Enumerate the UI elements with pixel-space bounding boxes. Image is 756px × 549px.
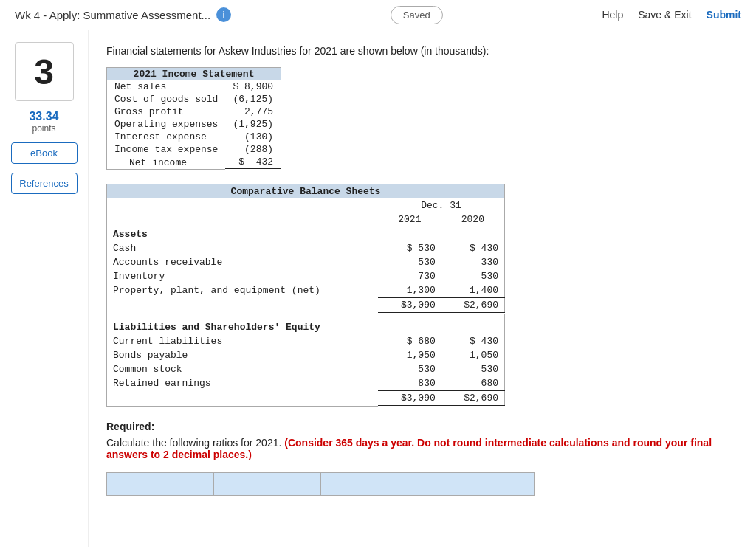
total-assets-2020: $2,690: [441, 297, 505, 313]
topbar: Wk 4 - Apply: Summative Assessment... i …: [0, 0, 756, 30]
row-label: Gross profit: [107, 106, 226, 118]
row-val-2021: 1,050: [378, 348, 441, 362]
spacer-row: [107, 313, 505, 320]
row-label: Common stock: [107, 362, 379, 376]
liabilities-header-row: Liabilities and Shareholders' Equity: [107, 320, 505, 334]
points-value: 33.34: [29, 110, 58, 123]
balance-sheet-table: Comparative Balance Sheets Dec. 31 2021 …: [106, 184, 505, 407]
income-statement: 2021 Income Statement Net sales $ 8,900 …: [106, 67, 738, 170]
info-icon[interactable]: i: [216, 7, 231, 22]
row-label: Cost of goods sold: [107, 93, 226, 106]
row-val-2020: 1,050: [441, 348, 505, 362]
row-val-2020: $ 430: [441, 334, 505, 348]
row-label: Operating expenses: [107, 118, 226, 131]
required-label: Required:: [106, 421, 738, 432]
answer-table-placeholder: [106, 472, 535, 496]
intro-text: Financial statements for Askew Industrie…: [106, 45, 738, 57]
save-exit-button[interactable]: Save & Exit: [638, 9, 691, 21]
answer-col-2: [214, 473, 321, 495]
row-val-2021: $ 530: [378, 241, 441, 255]
row-value: (1,925): [225, 118, 281, 131]
total-assets-row: $3,090 $2,690: [107, 297, 505, 313]
total-assets-2021: $3,090: [378, 297, 441, 313]
row-val-2021: 530: [378, 362, 441, 376]
content-area: Financial statements for Askew Industrie…: [89, 30, 756, 547]
required-static-text: Calculate the following ratios for 2021.: [106, 437, 281, 449]
table-row: Common stock 530 530: [107, 362, 505, 376]
page-title: Wk 4 - Apply: Summative Assessment...: [15, 9, 210, 21]
row-val-2020: $ 430: [441, 241, 505, 255]
table-row: Bonds payable 1,050 1,050: [107, 348, 505, 362]
help-button[interactable]: Help: [602, 9, 623, 21]
row-val-2021: 830: [378, 376, 441, 391]
row-val-2020: 530: [441, 362, 505, 376]
sidebar: 3 33.34 points eBook References: [0, 30, 89, 547]
table-row: Current liabilities $ 680 $ 430: [107, 334, 505, 348]
required-text: Calculate the following ratios for 2021.…: [106, 437, 738, 460]
answer-col-1: [107, 473, 214, 495]
table-row: Cost of goods sold (6,125): [107, 93, 281, 106]
total-liab-2020: $2,690: [441, 390, 505, 406]
row-label: Net sales: [107, 80, 226, 93]
references-button[interactable]: References: [11, 173, 78, 194]
row-value: (130): [225, 131, 281, 143]
income-stmt-title: 2021 Income Statement: [107, 68, 281, 81]
row-label: Property, plant, and equipment (net): [107, 283, 379, 298]
liabilities-header: Liabilities and Shareholders' Equity: [107, 320, 379, 334]
row-label: Inventory: [107, 269, 379, 283]
row-value: (288): [225, 143, 281, 156]
balance-sheet: Comparative Balance Sheets Dec. 31 2021 …: [106, 184, 738, 407]
bs-col-header-row: Dec. 31: [107, 198, 505, 213]
question-number-box: 3: [15, 42, 74, 101]
table-row: Gross profit 2,775: [107, 106, 281, 118]
table-row: Interest expense (130): [107, 131, 281, 143]
income-statement-table: 2021 Income Statement Net sales $ 8,900 …: [106, 67, 281, 170]
row-val-2020: 530: [441, 269, 505, 283]
bs-year-2020: 2020: [441, 213, 505, 227]
row-value: $ 8,900: [225, 80, 281, 93]
table-row: Net sales $ 8,900: [107, 80, 281, 93]
main-container: 3 33.34 points eBook References Financia…: [0, 30, 756, 547]
required-section: Required: Calculate the following ratios…: [106, 421, 738, 460]
answer-col-3: [321, 473, 428, 495]
bs-year-2021: 2021: [378, 213, 441, 227]
row-val-2020: 680: [441, 376, 505, 391]
row-label: Current liabilities: [107, 334, 379, 348]
table-row: Inventory 730 530: [107, 269, 505, 283]
answer-col-4: [427, 473, 534, 495]
row-label: Net income: [107, 156, 226, 170]
question-number: 3: [34, 52, 54, 92]
points-label: points: [29, 123, 58, 134]
row-label: Income tax expense: [107, 143, 226, 156]
table-row: Income tax expense (288): [107, 143, 281, 156]
points-info: 33.34 points: [29, 110, 58, 134]
row-label: Retained earnings: [107, 376, 379, 391]
row-val-2020: 1,400: [441, 283, 505, 298]
bs-title: Comparative Balance Sheets: [107, 184, 505, 199]
table-row: Operating expenses (1,925): [107, 118, 281, 131]
topbar-title-section: Wk 4 - Apply: Summative Assessment... i: [15, 7, 231, 22]
table-row: Net income $ 432: [107, 156, 281, 170]
row-label: Accounts receivable: [107, 255, 379, 269]
total-liab-2021: $3,090: [378, 390, 441, 406]
row-value: (6,125): [225, 93, 281, 106]
submit-button[interactable]: Submit: [707, 9, 741, 21]
bs-col-empty: [107, 198, 379, 213]
row-value: 2,775: [225, 106, 281, 118]
row-val-2020: 330: [441, 255, 505, 269]
bs-dec31-header: Dec. 31: [378, 198, 505, 213]
bs-year-header-row: 2021 2020: [107, 213, 505, 227]
row-val-2021: 530: [378, 255, 441, 269]
ebook-button[interactable]: eBook: [11, 142, 78, 164]
row-label: Interest expense: [107, 131, 226, 143]
row-label: Bonds payable: [107, 348, 379, 362]
table-row: Accounts receivable 530 330: [107, 255, 505, 269]
table-row: Cash $ 530 $ 430: [107, 241, 505, 255]
table-row: Property, plant, and equipment (net) 1,3…: [107, 283, 505, 298]
saved-badge: Saved: [391, 6, 443, 24]
row-value: $ 432: [225, 156, 281, 170]
topbar-actions: Help Save & Exit Submit: [602, 9, 741, 21]
topbar-center: Saved: [391, 9, 443, 21]
total-liabilities-row: $3,090 $2,690: [107, 390, 505, 406]
row-val-2021: 730: [378, 269, 441, 283]
